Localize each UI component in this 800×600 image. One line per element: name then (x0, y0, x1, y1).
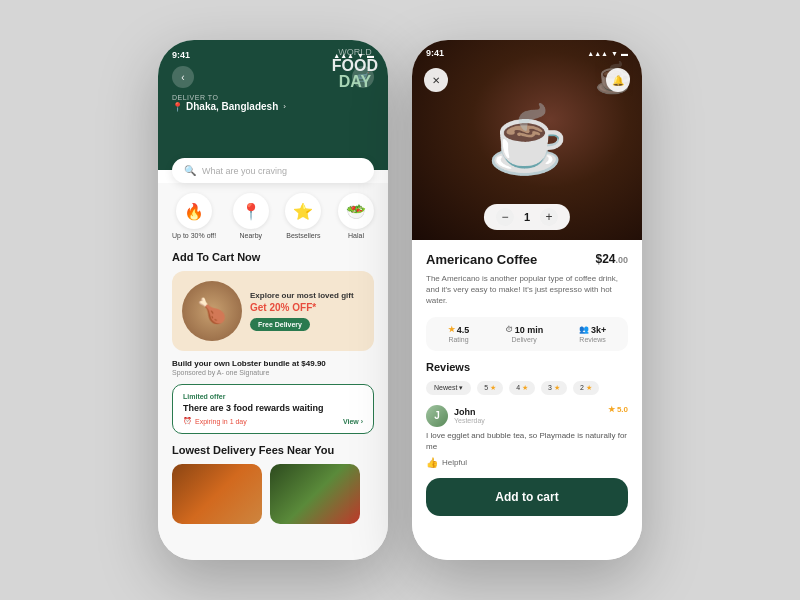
reward-title: There are 3 food rewards waiting (183, 403, 363, 413)
share-button[interactable]: 🔔 (606, 68, 630, 92)
rating-label: Rating (448, 336, 470, 343)
coffee-cup-main: ☕ (487, 102, 568, 178)
star-2-label: 2 ★ (580, 384, 592, 392)
newest-filter[interactable]: Newest ▾ (426, 381, 471, 395)
right-header-image: ☕ ☕ 9:41 ▲▲▲ ▼ ▬ ✕ 🔔 − 1 (412, 40, 642, 240)
product-header: Americano Coffee $24.00 (426, 252, 628, 267)
quantity-increase-button[interactable]: + (540, 208, 558, 226)
newest-label: Newest (434, 384, 457, 391)
helpful-label: Helpful (442, 458, 467, 467)
minus-icon: − (501, 211, 508, 223)
reviewer-info: J John Yesterday (426, 405, 485, 427)
price-value: $24 (595, 252, 615, 266)
star-5-label: 5 ★ (484, 384, 496, 392)
reviewer-avatar: J (426, 405, 448, 427)
reviews-value: 👥 3k+ (579, 325, 606, 335)
reward-footer: ⏰ Expiring in 1 day View › (183, 417, 363, 425)
halal-icon: 🥗 (338, 193, 374, 229)
wfd-line3: DAY (332, 74, 378, 90)
right-wifi-icon: ▼ (611, 50, 618, 57)
wfd-line2: FOOD (332, 58, 378, 74)
expiry-text: Expiring in 1 day (195, 418, 247, 425)
close-button[interactable]: ✕ (424, 68, 448, 92)
search-icon: 🔍 (184, 165, 196, 176)
lowest-delivery-title: Lowest Delivery Fees Near You (172, 444, 374, 456)
location-row: 📍 Dhaka, Bangladesh › (172, 101, 374, 112)
left-time: 9:41 (172, 50, 190, 60)
share-icon: 🔔 (612, 75, 624, 86)
quantity-controls: − 1 + (484, 204, 570, 230)
category-item-nearby[interactable]: 📍 Nearby (233, 193, 269, 239)
right-signal-icon: ▲▲▲ (587, 50, 608, 57)
reward-card[interactable]: Limited offer There are 3 food rewards w… (172, 384, 374, 434)
category-label-nearby: Nearby (240, 232, 263, 239)
chevron-icon: › (283, 102, 286, 111)
reviews-title: Reviews (426, 361, 628, 373)
limited-offer-badge: Limited offer (183, 393, 363, 400)
food-thumb-2[interactable] (270, 464, 360, 524)
reviewer-name: John (454, 407, 485, 417)
category-label-bestsellers: Bestsellers (286, 232, 320, 239)
expiry-info: ⏰ Expiring in 1 day (183, 417, 247, 425)
product-stats: ★ 4.5 Rating ⏱ 10 min Delivery 👥 3k+ (426, 317, 628, 351)
star-filter-5[interactable]: 5 ★ (477, 381, 503, 395)
review-date: Yesterday (454, 417, 485, 424)
location-pin-icon: 📍 (172, 102, 183, 112)
clock-icon: ⏱ (505, 325, 513, 334)
star-filter-4[interactable]: 4 ★ (509, 381, 535, 395)
rating-value: ★ 4.5 (448, 325, 470, 335)
review-card: J John Yesterday ★ 5.0 I love egglet and… (426, 405, 628, 468)
promo-discount: Get 20% OFF* (250, 302, 364, 313)
star-3-label: 3 ★ (548, 384, 560, 392)
stat-delivery: ⏱ 10 min Delivery (505, 325, 544, 343)
review-filters: Newest ▾ 5 ★ 4 ★ 3 ★ 2 ★ (426, 381, 628, 395)
right-phone: ☕ ☕ 9:41 ▲▲▲ ▼ ▬ ✕ 🔔 − 1 (412, 40, 642, 560)
star-filter-2[interactable]: 2 ★ (573, 381, 599, 395)
back-icon: ‹ (181, 72, 184, 83)
helpful-button[interactable]: 👍 Helpful (426, 457, 628, 468)
right-time: 9:41 (426, 48, 444, 58)
delivery-label: Delivery (505, 336, 544, 343)
view-reward-link[interactable]: View › (343, 418, 363, 425)
star-icon: ★ (448, 325, 455, 334)
promo-card[interactable]: 🍗 Explore our most loved gift Get 20% OF… (172, 271, 374, 351)
product-price: $24.00 (595, 252, 628, 266)
quantity-value: 1 (524, 211, 530, 223)
category-item-fire[interactable]: 🔥 Up to 30% off! (172, 193, 216, 239)
plus-icon: + (546, 211, 553, 223)
quantity-decrease-button[interactable]: − (496, 208, 514, 226)
review-star-icon: ★ (608, 405, 615, 414)
promo-free-delivery-btn[interactable]: Free Delivery (250, 318, 310, 331)
left-header: 9:41 ▲▲▲ ▼ ▬ ‹ 🛒 DELIVER TO 📍 Dhaka, Ban… (158, 40, 388, 170)
reviews-label: Reviews (579, 336, 606, 343)
food-thumb-1[interactable] (172, 464, 262, 524)
product-name: Americano Coffee (426, 252, 537, 267)
right-status-bar: 9:41 ▲▲▲ ▼ ▬ (426, 48, 628, 58)
lobster-title: Build your own Lobster bundle at $49.90 (172, 359, 374, 368)
star-filter-3[interactable]: 3 ★ (541, 381, 567, 395)
review-rating: ★ 5.0 (608, 405, 628, 414)
deliver-to-label: DELIVER TO (172, 94, 374, 101)
nearby-icon: 📍 (233, 193, 269, 229)
delivery-value: ⏱ 10 min (505, 325, 544, 335)
promo-text-block: Explore our most loved gift Get 20% OFF*… (250, 291, 364, 330)
rating-number: 4.5 (457, 325, 470, 335)
category-item-halal[interactable]: 🥗 Halal (338, 193, 374, 239)
stat-rating: ★ 4.5 Rating (448, 325, 470, 343)
add-to-cart-button[interactable]: Add to cart (426, 478, 628, 516)
review-rating-value: 5.0 (617, 405, 628, 414)
left-body: 🔥 Up to 30% off! 📍 Nearby ⭐ Bestsellers … (158, 183, 388, 560)
price-decimal: .00 (615, 255, 628, 265)
food-thumbnails (172, 464, 374, 524)
right-status-icons: ▲▲▲ ▼ ▬ (587, 50, 628, 57)
bestsellers-icon: ⭐ (285, 193, 321, 229)
review-text: I love egglet and bubble tea, so Playmad… (426, 430, 628, 452)
people-icon: 👥 (579, 325, 589, 334)
category-item-bestsellers[interactable]: ⭐ Bestsellers (285, 193, 321, 239)
reviewer-row: J John Yesterday ★ 5.0 (426, 405, 628, 427)
thumbs-up-icon: 👍 (426, 457, 438, 468)
right-battery-icon: ▬ (621, 50, 628, 57)
back-button[interactable]: ‹ (172, 66, 194, 88)
sponsored-text: Sponsored by A- one Signature (172, 369, 374, 376)
search-bar[interactable]: 🔍 What are you craving (172, 158, 374, 183)
